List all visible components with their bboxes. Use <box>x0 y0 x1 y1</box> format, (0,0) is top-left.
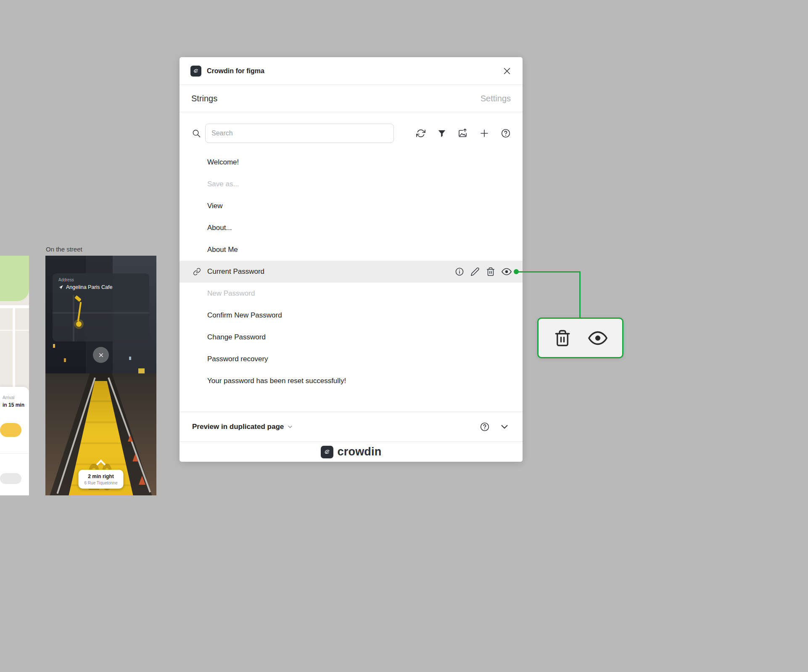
list-item[interactable]: Change Password <box>180 326 523 348</box>
preview-button[interactable] <box>502 267 512 277</box>
help-button[interactable] <box>501 128 511 138</box>
annotation-connector-line <box>579 271 581 319</box>
help-icon <box>501 128 511 138</box>
modal-header: Crowdin for figma <box>180 57 523 85</box>
delete-button[interactable] <box>486 267 495 276</box>
current-location-dot <box>76 321 82 327</box>
arrival-panel: Arrival in 15 min <box>0 387 29 495</box>
upload-image-icon <box>458 128 468 138</box>
search-icon <box>192 129 201 138</box>
dismiss-overlay-button[interactable] <box>93 347 109 363</box>
list-item[interactable]: Confirm New Password <box>180 304 523 326</box>
arrival-time: in 15 min <box>3 402 24 408</box>
list-item[interactable]: Welcome! <box>180 151 523 173</box>
edit-icon <box>470 267 480 276</box>
list-item-current-password[interactable]: Current Password <box>180 261 523 283</box>
edit-button[interactable] <box>470 267 480 276</box>
toolbar <box>180 112 523 151</box>
chevron-down-icon <box>499 421 510 432</box>
secondary-button-partial <box>0 473 21 484</box>
list-item[interactable]: View <box>180 195 523 217</box>
preview-bar: Preview in duplicated page <box>180 412 523 442</box>
delete-icon <box>486 267 495 276</box>
crowdin-wordmark: crowdin <box>338 445 382 458</box>
traffic-cone <box>128 435 133 442</box>
refresh-button[interactable] <box>416 128 426 138</box>
list-item[interactable]: About Me <box>180 239 523 261</box>
traffic-cone <box>139 476 145 485</box>
string-list: Welcome! Save as... View About... About … <box>180 151 523 412</box>
list-item[interactable]: Save as... <box>180 173 523 195</box>
info-icon <box>455 267 464 276</box>
preview-dropdown[interactable]: Preview in duplicated page <box>192 423 284 431</box>
route-line <box>77 302 82 321</box>
direction-subtitle: 6 Rue Tiquetonne <box>84 481 118 485</box>
list-item[interactable]: Password recovery <box>180 348 523 370</box>
brand-footer: crowdin <box>180 442 523 462</box>
map-app-frame[interactable]: Arrival in 15 min <box>0 256 29 495</box>
frame-title-on-the-street[interactable]: On the street <box>46 246 82 253</box>
building-lights <box>129 357 131 360</box>
list-item[interactable]: About... <box>180 217 523 239</box>
preview-help-button[interactable] <box>480 422 490 432</box>
crowdin-plugin-modal: Crowdin for figma Strings Settings <box>180 57 523 462</box>
tab-settings[interactable]: Settings <box>481 94 511 103</box>
route-marker <box>74 295 82 302</box>
modal-title: Crowdin for figma <box>207 67 264 75</box>
collapse-button[interactable] <box>499 421 510 432</box>
map-park-area <box>0 256 29 301</box>
list-item[interactable]: New Password <box>180 283 523 304</box>
building-lights <box>53 344 55 348</box>
annotation-callout <box>537 317 623 358</box>
chevron-down-icon[interactable] <box>287 423 293 430</box>
annotation-connector-line <box>516 271 581 273</box>
tab-strings[interactable]: Strings <box>191 94 217 103</box>
arrival-label: Arrival <box>3 395 14 400</box>
address-overlay-card: Address Angelina Paris Cafe <box>53 273 149 341</box>
direction-callout: 2 min right 6 Rue Tiquetonne <box>79 470 124 489</box>
street-ar-frame[interactable]: 20 Address Angelina Paris Cafe 2 min rig… <box>45 256 156 495</box>
link-icon <box>193 268 201 276</box>
annotation-anchor-dot <box>514 269 519 274</box>
address-value: Angelina Paris Cafe <box>66 284 112 290</box>
refresh-icon <box>416 128 426 138</box>
divider <box>0 453 29 454</box>
preview-icon <box>502 267 512 277</box>
crowdin-logo-icon <box>321 446 333 458</box>
delete-icon <box>554 329 571 347</box>
filter-icon <box>437 129 446 138</box>
list-item[interactable]: Your password has been reset successfull… <box>180 370 523 392</box>
preview-icon <box>588 328 607 348</box>
direction-title: 2 min right <box>84 474 118 479</box>
search-input[interactable] <box>205 124 394 143</box>
primary-button-partial <box>0 423 21 437</box>
address-label: Address <box>58 278 143 282</box>
mini-map <box>53 295 149 341</box>
crowdin-logo-icon <box>190 66 201 77</box>
info-button[interactable] <box>455 267 464 276</box>
map-road <box>13 305 15 389</box>
help-icon <box>480 422 490 432</box>
traffic-cone <box>132 454 138 461</box>
filter-button[interactable] <box>437 129 446 138</box>
close-button[interactable] <box>502 66 512 76</box>
add-string-button[interactable] <box>479 128 489 138</box>
tab-bar: Strings Settings <box>180 85 523 112</box>
navigation-arrow-icon <box>58 285 63 290</box>
upload-image-button[interactable] <box>458 128 468 138</box>
add-icon <box>479 128 489 138</box>
